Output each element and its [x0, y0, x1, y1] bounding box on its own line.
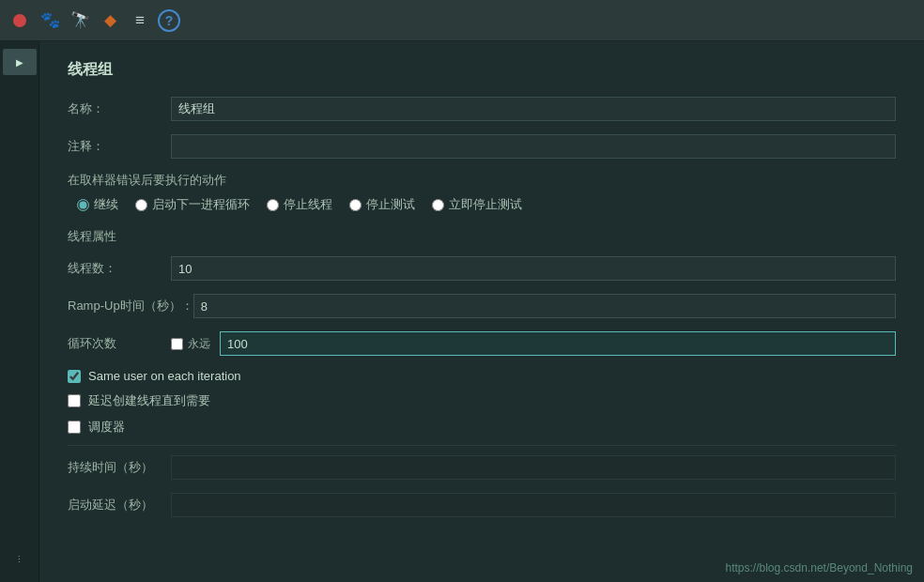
startup-delay-label: 启动延迟（秒）	[68, 497, 171, 513]
radio-stop-test-now[interactable]: 立即停止测试	[432, 196, 522, 213]
sidebar-tab-1[interactable]: ▶	[3, 49, 37, 75]
ramp-up-label: Ramp-Up时间（秒）：	[68, 298, 193, 314]
divider	[68, 445, 896, 446]
same-user-label[interactable]: Same user on each iteration	[88, 369, 241, 383]
scheduler-checkbox[interactable]	[68, 421, 81, 434]
comment-input[interactable]	[171, 134, 896, 159]
watermark: https://blog.csdn.net/Beyond_Nothing	[726, 561, 913, 574]
radio-continue-label: 继续	[94, 196, 118, 213]
thread-props-label: 线程属性	[68, 228, 896, 245]
question-icon[interactable]: ?	[158, 9, 180, 32]
ramp-up-input[interactable]	[193, 294, 896, 318]
diamond-icon[interactable]: ◆	[98, 8, 122, 33]
radio-stop-test-label: 停止测试	[366, 196, 415, 213]
comment-label: 注释：	[68, 138, 171, 155]
radio-continue-input[interactable]	[77, 199, 89, 211]
duration-input[interactable]	[171, 455, 896, 480]
startup-delay-input[interactable]	[171, 493, 896, 517]
radio-stop-test[interactable]: 停止测试	[349, 196, 415, 213]
scheduler-label[interactable]: 调度器	[88, 419, 125, 436]
startup-delay-row: 启动延迟（秒）	[68, 493, 896, 517]
radio-stop-thread-label: 停止线程	[284, 196, 332, 213]
red-circle-icon[interactable]	[8, 8, 32, 33]
sidebar-dots: ···	[14, 555, 25, 563]
binoculars-icon[interactable]: 🔭	[68, 8, 92, 33]
name-row: 名称：	[68, 97, 896, 121]
duration-row: 持续时间（秒）	[68, 455, 896, 480]
radio-stop-thread[interactable]: 停止线程	[267, 196, 332, 213]
radio-stop-test-now-input[interactable]	[432, 199, 444, 211]
paw-icon[interactable]: 🐾	[38, 8, 62, 33]
page-title: 线程组	[68, 60, 896, 80]
delay-thread-row: 延迟创建线程直到需要	[68, 392, 896, 409]
thread-count-input[interactable]	[171, 256, 896, 281]
ramp-up-row: Ramp-Up时间（秒）：	[68, 294, 896, 318]
thread-count-row: 线程数：	[68, 256, 896, 281]
name-label: 名称：	[68, 100, 171, 117]
loop-count-input[interactable]	[220, 331, 896, 356]
loop-count-row: 循环次数 永远	[68, 331, 896, 356]
scheduler-row: 调度器	[68, 419, 896, 436]
lines-icon[interactable]: ≡	[128, 8, 152, 33]
radio-next-loop-input[interactable]	[135, 199, 147, 211]
error-action-section: 在取样器错误后要执行的动作 继续 启动下一进程循环 停止线程 停止测试	[68, 172, 896, 213]
same-user-checkbox[interactable]	[68, 370, 81, 383]
name-input[interactable]	[171, 97, 896, 121]
thread-count-label: 线程数：	[68, 260, 171, 277]
radio-stop-thread-input[interactable]	[267, 199, 279, 211]
main-content: 线程组 名称： 注释： 在取样器错误后要执行的动作 继续 启动下一进程循环	[39, 41, 924, 582]
comment-row: 注释：	[68, 134, 896, 159]
toolbar: 🐾 🔭 ◆ ≡ ?	[0, 0, 924, 41]
delay-thread-label[interactable]: 延迟创建线程直到需要	[88, 392, 210, 409]
same-user-row: Same user on each iteration	[68, 369, 896, 383]
radio-stop-test-input[interactable]	[349, 199, 362, 211]
duration-label: 持续时间（秒）	[68, 459, 171, 476]
error-action-label: 在取样器错误后要执行的动作	[68, 172, 896, 189]
radio-next-loop[interactable]: 启动下一进程循环	[135, 196, 250, 213]
radio-continue[interactable]: 继续	[77, 196, 118, 213]
forever-checkbox[interactable]	[171, 338, 183, 350]
radio-stop-test-now-label: 立即停止测试	[449, 196, 522, 213]
forever-check-group: 永远	[171, 336, 210, 352]
delay-thread-checkbox[interactable]	[68, 394, 81, 407]
radio-group: 继续 启动下一进程循环 停止线程 停止测试 立即停止测试	[68, 196, 896, 213]
forever-label[interactable]: 永远	[188, 336, 210, 352]
loop-count-label: 循环次数	[68, 335, 171, 352]
radio-next-loop-label: 启动下一进程循环	[152, 196, 250, 213]
sidebar: ▶ ···	[0, 41, 39, 582]
main-layout: ▶ ··· 线程组 名称： 注释： 在取样器错误后要执行的动作 继续	[0, 41, 924, 582]
